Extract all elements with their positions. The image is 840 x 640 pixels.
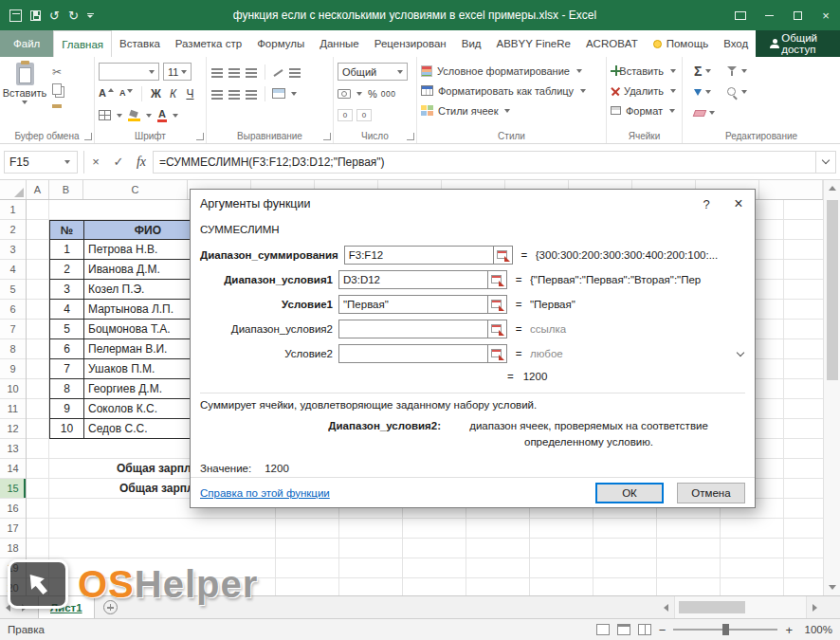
dialog-launcher-icon[interactable] <box>323 133 331 140</box>
underline-button[interactable]: Ч <box>183 88 196 100</box>
row-header[interactable]: 2 <box>0 220 26 240</box>
tab-review[interactable]: Рецензирован <box>367 30 454 57</box>
font-name-combo[interactable] <box>99 63 159 81</box>
row-header[interactable]: 7 <box>0 320 26 339</box>
horizontal-scroll-thumb[interactable] <box>679 601 745 613</box>
row-header[interactable]: 10 <box>0 379 26 399</box>
zoom-slider-thumb[interactable] <box>722 624 729 635</box>
cell[interactable]: 5 <box>49 320 83 339</box>
fill-color-icon[interactable] <box>128 110 140 121</box>
align-bottom-icon[interactable] <box>245 66 258 78</box>
enter-entry-button[interactable]: ✓ <box>107 151 130 174</box>
arg-input-criteria-range1[interactable]: D3:D12 <box>338 270 488 289</box>
cell[interactable]: 7 <box>49 359 83 379</box>
row-header[interactable]: 8 <box>0 339 26 359</box>
customize-qat-icon[interactable] <box>87 13 94 18</box>
row-header[interactable]: 6 <box>0 300 26 320</box>
vertical-scroll-thumb[interactable] <box>827 200 838 380</box>
align-left-icon[interactable] <box>210 88 224 100</box>
sort-filter-button[interactable] <box>726 63 749 80</box>
close-button[interactable]: × <box>812 0 840 30</box>
redo-icon[interactable]: ↻ <box>68 9 79 22</box>
fill-button[interactable] <box>694 83 717 101</box>
thousands-separator-button[interactable]: 000 <box>381 89 396 99</box>
font-size-combo[interactable]: 11 <box>163 63 192 81</box>
borders-icon[interactable] <box>99 110 111 120</box>
name-box[interactable]: F15 <box>4 151 78 174</box>
view-page-layout-icon[interactable] <box>617 624 630 635</box>
help-link[interactable]: Справка по этой функции <box>200 487 330 499</box>
ribbon-display-options-button[interactable] <box>726 0 755 30</box>
row-header[interactable]: 16 <box>0 499 26 519</box>
align-middle-icon[interactable] <box>228 66 241 78</box>
delete-cells-button[interactable]: Удалить <box>611 81 678 101</box>
args-scroll-down-button[interactable] <box>734 347 747 360</box>
merge-center-icon[interactable] <box>272 88 285 99</box>
range-select-button[interactable] <box>488 320 507 338</box>
format-cells-button[interactable]: Формат <box>611 101 678 120</box>
share-button[interactable]: Общий доступ <box>756 30 840 57</box>
tab-home[interactable]: Главная <box>53 30 112 57</box>
cut-icon[interactable] <box>52 65 71 79</box>
save-icon[interactable] <box>30 10 41 21</box>
range-select-button[interactable] <box>488 295 507 314</box>
decrease-font-button[interactable]: А <box>119 89 136 98</box>
cell[interactable]: 8 <box>49 379 83 399</box>
column-header-a[interactable]: A <box>27 180 49 199</box>
row-header[interactable]: 18 <box>0 539 26 558</box>
cell-styles-button[interactable]: Стили ячеек <box>421 101 602 120</box>
cell[interactable]: 3 <box>49 280 83 300</box>
dialog-launcher-icon[interactable] <box>196 133 204 140</box>
find-select-button[interactable] <box>726 83 749 101</box>
scroll-right-button[interactable] <box>807 596 823 618</box>
row-header[interactable]: 17 <box>0 519 26 539</box>
undo-icon[interactable]: ↺ <box>49 9 60 22</box>
tab-file[interactable]: Файл <box>0 30 53 57</box>
arg-input-sum-range[interactable]: F3:F12 <box>344 246 494 265</box>
tab-acrobat[interactable]: ACROBAT <box>578 30 646 57</box>
cell[interactable]: 2 <box>49 260 83 280</box>
cell[interactable]: 6 <box>49 339 83 359</box>
dialog-close-button[interactable]: × <box>722 190 755 218</box>
italic-button[interactable]: К <box>166 88 179 100</box>
decrease-decimal-icon[interactable] <box>356 109 372 121</box>
paste-button[interactable]: Вставить <box>4 61 46 113</box>
align-top-icon[interactable] <box>210 66 224 78</box>
row-header[interactable]: 5 <box>0 280 26 300</box>
tab-view[interactable]: Вид <box>454 30 489 57</box>
row-header[interactable]: 13 <box>0 439 26 459</box>
row-header[interactable]: 1 <box>0 200 26 220</box>
number-format-combo[interactable]: Общий <box>338 63 408 81</box>
dialog-launcher-icon[interactable] <box>407 133 414 140</box>
sign-in-button[interactable]: Вход <box>716 30 756 57</box>
scroll-down-button[interactable] <box>824 579 840 595</box>
cell[interactable] <box>49 200 83 220</box>
minimize-button[interactable] <box>755 0 783 30</box>
bold-button[interactable]: Ж <box>149 88 162 100</box>
range-select-button[interactable] <box>488 344 507 363</box>
arg-input-criteria2[interactable] <box>338 344 488 363</box>
accounting-format-icon[interactable] <box>338 89 351 99</box>
column-header-b[interactable]: B <box>49 180 83 199</box>
zoom-out-button[interactable]: − <box>659 623 667 637</box>
range-select-button[interactable] <box>488 270 507 289</box>
cancel-button[interactable]: Отмена <box>677 483 745 503</box>
conditional-formatting-button[interactable]: Условное форматирование <box>421 61 602 81</box>
column-header-c[interactable]: C <box>83 180 188 199</box>
cell[interactable]: 9 <box>49 399 83 419</box>
align-right-icon[interactable] <box>245 88 258 100</box>
copy-icon[interactable] <box>52 82 71 96</box>
view-normal-icon[interactable] <box>596 624 610 635</box>
dialog-launcher-icon[interactable] <box>84 133 92 140</box>
zoom-in-button[interactable]: + <box>785 623 793 637</box>
formula-input[interactable]: =СУММЕСЛИМН(F3:F12;D3:D12;"Первая") <box>153 151 815 174</box>
orientation-icon[interactable] <box>272 66 284 78</box>
row-header[interactable]: 11 <box>0 399 26 419</box>
row-header-active[interactable]: 15 <box>0 479 26 499</box>
zoom-level[interactable]: 100% <box>800 624 832 635</box>
select-all-corner[interactable] <box>0 180 27 199</box>
increase-font-button[interactable]: А <box>99 88 116 99</box>
zoom-slider[interactable] <box>673 629 777 631</box>
cell[interactable]: 4 <box>49 300 83 320</box>
format-as-table-button[interactable]: Форматировать как таблицу <box>421 81 602 101</box>
